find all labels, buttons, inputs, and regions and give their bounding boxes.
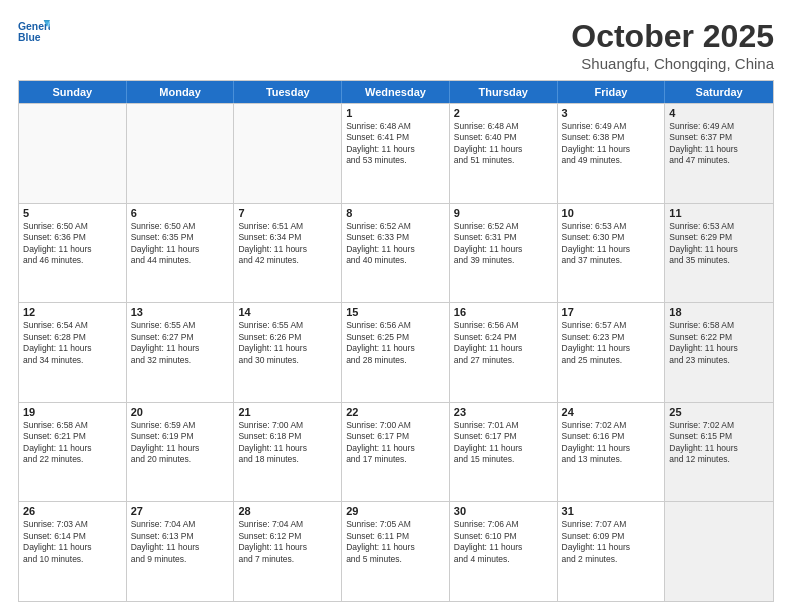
cell-info: Sunrise: 6:50 AM Sunset: 6:36 PM Dayligh…: [23, 221, 122, 267]
cell-info: Sunrise: 6:53 AM Sunset: 6:30 PM Dayligh…: [562, 221, 661, 267]
day-number: 25: [669, 406, 769, 418]
day-number: 19: [23, 406, 122, 418]
cell-info: Sunrise: 7:04 AM Sunset: 6:13 PM Dayligh…: [131, 519, 230, 565]
day-number: 7: [238, 207, 337, 219]
month-title: October 2025: [571, 18, 774, 55]
day-number: 9: [454, 207, 553, 219]
cell-info: Sunrise: 6:58 AM Sunset: 6:21 PM Dayligh…: [23, 420, 122, 466]
calendar-cell: 30Sunrise: 7:06 AM Sunset: 6:10 PM Dayli…: [450, 502, 558, 601]
calendar-cell: 24Sunrise: 7:02 AM Sunset: 6:16 PM Dayli…: [558, 403, 666, 502]
cell-info: Sunrise: 6:57 AM Sunset: 6:23 PM Dayligh…: [562, 320, 661, 366]
logo-icon: General Blue: [18, 18, 50, 46]
calendar-cell: 1Sunrise: 6:48 AM Sunset: 6:41 PM Daylig…: [342, 104, 450, 203]
calendar-cell: 31Sunrise: 7:07 AM Sunset: 6:09 PM Dayli…: [558, 502, 666, 601]
calendar: SundayMondayTuesdayWednesdayThursdayFrid…: [18, 80, 774, 602]
weekday-header: Monday: [127, 81, 235, 103]
cell-info: Sunrise: 6:59 AM Sunset: 6:19 PM Dayligh…: [131, 420, 230, 466]
day-number: 14: [238, 306, 337, 318]
cell-info: Sunrise: 7:02 AM Sunset: 6:15 PM Dayligh…: [669, 420, 769, 466]
calendar-cell: 14Sunrise: 6:55 AM Sunset: 6:26 PM Dayli…: [234, 303, 342, 402]
calendar-cell: 15Sunrise: 6:56 AM Sunset: 6:25 PM Dayli…: [342, 303, 450, 402]
cell-info: Sunrise: 6:55 AM Sunset: 6:27 PM Dayligh…: [131, 320, 230, 366]
day-number: 2: [454, 107, 553, 119]
day-number: 20: [131, 406, 230, 418]
calendar-cell: 21Sunrise: 7:00 AM Sunset: 6:18 PM Dayli…: [234, 403, 342, 502]
calendar-cell: 11Sunrise: 6:53 AM Sunset: 6:29 PM Dayli…: [665, 204, 773, 303]
day-number: 10: [562, 207, 661, 219]
calendar-cell: 16Sunrise: 6:56 AM Sunset: 6:24 PM Dayli…: [450, 303, 558, 402]
calendar-row: 26Sunrise: 7:03 AM Sunset: 6:14 PM Dayli…: [19, 501, 773, 601]
calendar-cell: 13Sunrise: 6:55 AM Sunset: 6:27 PM Dayli…: [127, 303, 235, 402]
weekday-header: Saturday: [665, 81, 773, 103]
calendar-cell: [665, 502, 773, 601]
calendar-row: 1Sunrise: 6:48 AM Sunset: 6:41 PM Daylig…: [19, 103, 773, 203]
day-number: 1: [346, 107, 445, 119]
calendar-cell: 3Sunrise: 6:49 AM Sunset: 6:38 PM Daylig…: [558, 104, 666, 203]
cell-info: Sunrise: 6:56 AM Sunset: 6:24 PM Dayligh…: [454, 320, 553, 366]
calendar-row: 5Sunrise: 6:50 AM Sunset: 6:36 PM Daylig…: [19, 203, 773, 303]
calendar-cell: 18Sunrise: 6:58 AM Sunset: 6:22 PM Dayli…: [665, 303, 773, 402]
calendar-cell: 4Sunrise: 6:49 AM Sunset: 6:37 PM Daylig…: [665, 104, 773, 203]
day-number: 24: [562, 406, 661, 418]
calendar-cell: 17Sunrise: 6:57 AM Sunset: 6:23 PM Dayli…: [558, 303, 666, 402]
weekday-header: Wednesday: [342, 81, 450, 103]
cell-info: Sunrise: 6:58 AM Sunset: 6:22 PM Dayligh…: [669, 320, 769, 366]
day-number: 28: [238, 505, 337, 517]
calendar-cell: 27Sunrise: 7:04 AM Sunset: 6:13 PM Dayli…: [127, 502, 235, 601]
calendar-cell: 12Sunrise: 6:54 AM Sunset: 6:28 PM Dayli…: [19, 303, 127, 402]
calendar-cell: [19, 104, 127, 203]
weekday-header: Tuesday: [234, 81, 342, 103]
weekday-header: Sunday: [19, 81, 127, 103]
day-number: 6: [131, 207, 230, 219]
logo: General Blue: [18, 18, 50, 46]
weekday-header: Friday: [558, 81, 666, 103]
cell-info: Sunrise: 6:52 AM Sunset: 6:31 PM Dayligh…: [454, 221, 553, 267]
calendar-cell: 26Sunrise: 7:03 AM Sunset: 6:14 PM Dayli…: [19, 502, 127, 601]
cell-info: Sunrise: 6:50 AM Sunset: 6:35 PM Dayligh…: [131, 221, 230, 267]
day-number: 26: [23, 505, 122, 517]
day-number: 13: [131, 306, 230, 318]
calendar-cell: 8Sunrise: 6:52 AM Sunset: 6:33 PM Daylig…: [342, 204, 450, 303]
calendar-row: 12Sunrise: 6:54 AM Sunset: 6:28 PM Dayli…: [19, 302, 773, 402]
calendar-cell: 5Sunrise: 6:50 AM Sunset: 6:36 PM Daylig…: [19, 204, 127, 303]
day-number: 16: [454, 306, 553, 318]
cell-info: Sunrise: 6:54 AM Sunset: 6:28 PM Dayligh…: [23, 320, 122, 366]
location-title: Shuangfu, Chongqing, China: [571, 55, 774, 72]
cell-info: Sunrise: 6:52 AM Sunset: 6:33 PM Dayligh…: [346, 221, 445, 267]
calendar-cell: 6Sunrise: 6:50 AM Sunset: 6:35 PM Daylig…: [127, 204, 235, 303]
day-number: 11: [669, 207, 769, 219]
weekday-header: Thursday: [450, 81, 558, 103]
cell-info: Sunrise: 7:07 AM Sunset: 6:09 PM Dayligh…: [562, 519, 661, 565]
cell-info: Sunrise: 7:05 AM Sunset: 6:11 PM Dayligh…: [346, 519, 445, 565]
day-number: 15: [346, 306, 445, 318]
cell-info: Sunrise: 7:00 AM Sunset: 6:18 PM Dayligh…: [238, 420, 337, 466]
calendar-row: 19Sunrise: 6:58 AM Sunset: 6:21 PM Dayli…: [19, 402, 773, 502]
day-number: 3: [562, 107, 661, 119]
calendar-cell: 29Sunrise: 7:05 AM Sunset: 6:11 PM Dayli…: [342, 502, 450, 601]
cell-info: Sunrise: 7:00 AM Sunset: 6:17 PM Dayligh…: [346, 420, 445, 466]
calendar-cell: 7Sunrise: 6:51 AM Sunset: 6:34 PM Daylig…: [234, 204, 342, 303]
day-number: 22: [346, 406, 445, 418]
cell-info: Sunrise: 6:51 AM Sunset: 6:34 PM Dayligh…: [238, 221, 337, 267]
day-number: 8: [346, 207, 445, 219]
calendar-cell: [234, 104, 342, 203]
day-number: 5: [23, 207, 122, 219]
calendar-header: SundayMondayTuesdayWednesdayThursdayFrid…: [19, 81, 773, 103]
cell-info: Sunrise: 6:49 AM Sunset: 6:37 PM Dayligh…: [669, 121, 769, 167]
calendar-cell: 25Sunrise: 7:02 AM Sunset: 6:15 PM Dayli…: [665, 403, 773, 502]
header: General Blue October 2025 Shuangfu, Chon…: [18, 18, 774, 72]
cell-info: Sunrise: 7:04 AM Sunset: 6:12 PM Dayligh…: [238, 519, 337, 565]
cell-info: Sunrise: 7:01 AM Sunset: 6:17 PM Dayligh…: [454, 420, 553, 466]
day-number: 17: [562, 306, 661, 318]
calendar-cell: 10Sunrise: 6:53 AM Sunset: 6:30 PM Dayli…: [558, 204, 666, 303]
calendar-cell: 19Sunrise: 6:58 AM Sunset: 6:21 PM Dayli…: [19, 403, 127, 502]
day-number: 31: [562, 505, 661, 517]
title-block: October 2025 Shuangfu, Chongqing, China: [571, 18, 774, 72]
day-number: 30: [454, 505, 553, 517]
calendar-cell: 9Sunrise: 6:52 AM Sunset: 6:31 PM Daylig…: [450, 204, 558, 303]
calendar-body: 1Sunrise: 6:48 AM Sunset: 6:41 PM Daylig…: [19, 103, 773, 601]
calendar-cell: 20Sunrise: 6:59 AM Sunset: 6:19 PM Dayli…: [127, 403, 235, 502]
cell-info: Sunrise: 6:55 AM Sunset: 6:26 PM Dayligh…: [238, 320, 337, 366]
calendar-cell: 22Sunrise: 7:00 AM Sunset: 6:17 PM Dayli…: [342, 403, 450, 502]
day-number: 23: [454, 406, 553, 418]
